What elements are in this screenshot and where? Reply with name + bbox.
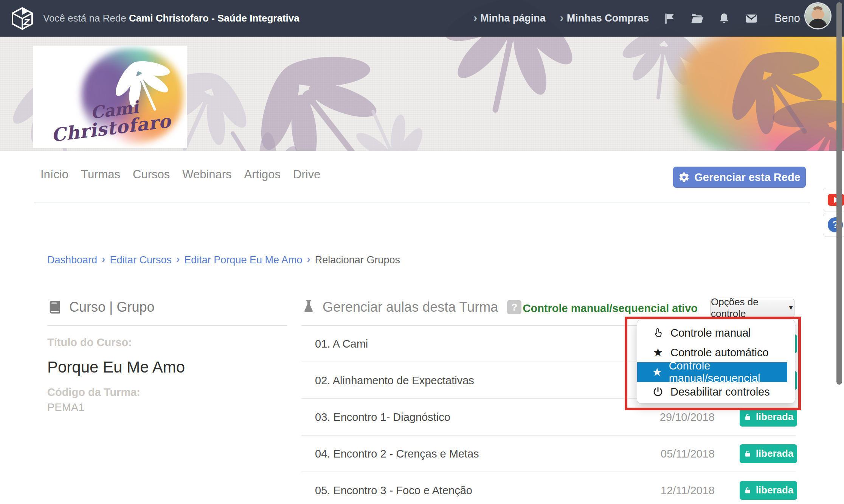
class-code: PEMA1 [47,401,84,414]
network-banner-text: Você está na Rede Cami Christofaro - Saú… [43,12,299,24]
course-title-label: Título do Curso: [47,336,132,349]
power-icon [652,385,664,398]
nav-divider [34,203,810,203]
breadcrumb-editar-curso[interactable]: Editar Porque Eu Me Amo [184,254,302,266]
lesson-title: 03. Encontro 1- Diagnóstico [315,411,450,423]
topbar-right: › Minha página › Minhas Compras Beno [473,0,800,37]
chevron-right-icon: › [307,253,310,265]
nav-item-cursos[interactable]: Cursos [133,168,170,181]
lesson-status-button[interactable]: liberada [740,481,797,500]
breadcrumb-editar-cursos[interactable]: Editar Cursos [110,254,172,266]
control-options-dropdown: Controle manual ★ Controle automático ★ … [637,320,795,404]
main-nav: Início Turmas Cursos Webinars Artigos Dr… [40,168,320,181]
lesson-row: 05. Encontro 3 - Foco e Atenção 12/11/20… [301,472,796,504]
dropdown-item-controle-manual[interactable]: Controle manual [637,323,795,343]
class-code-label: Código da Turma: [47,386,140,399]
platform-logo-icon[interactable]: Z [11,6,34,31]
nav-item-turmas[interactable]: Turmas [81,168,120,181]
avatar[interactable] [805,3,830,28]
course-panel-heading: Curso | Grupo [47,299,154,315]
lessons-panel-heading: Gerenciar aulas desta Turma ? [301,299,521,315]
course-title: Porque Eu Me Amo [47,358,185,376]
flag-icon[interactable] [663,12,676,25]
gear-icon [678,172,690,183]
hand-pointer-icon [652,326,664,339]
nav-item-artigos[interactable]: Artigos [244,168,281,181]
dropdown-item-controle-manual-sequencial[interactable]: ★ Controle manual/sequencial [637,362,787,382]
lessons-panel-title: Gerenciar aulas desta Turma [323,299,498,315]
flask-icon [301,299,316,315]
dropdown-item-desabilitar-controles[interactable]: Desabilitar controles [637,382,795,402]
chevron-right-icon: › [176,253,180,265]
breadcrumb-current: Relacionar Grupos [315,254,400,266]
lesson-date: 05/11/2018 [661,447,715,460]
user-name[interactable]: Beno [774,12,800,25]
control-status-text: Controle manual/sequencial ativo [523,302,698,315]
lesson-title: 05. Encontro 3 - Foco e Atenção [315,484,472,496]
star-icon: ★ [652,346,664,359]
logo-script-text: Cami Christofaro [33,93,187,147]
chevron-right-icon: › [473,11,477,24]
scrollbar-thumb[interactable] [836,2,842,385]
folder-icon[interactable] [690,12,703,25]
topbar-link-minha-pagina[interactable]: › Minha página [473,12,546,25]
lesson-status-button[interactable]: liberada [740,408,797,427]
star-icon: ★ [652,366,663,379]
lesson-date: 29/10/2018 [660,411,715,423]
network-logo-card[interactable]: Cami Christofaro [33,46,187,148]
lesson-status-button[interactable]: liberada [740,444,797,463]
bell-icon[interactable] [718,12,731,25]
unlock-icon [743,413,752,422]
chevron-right-icon: › [102,253,105,265]
envelope-icon[interactable] [745,12,758,25]
course-panel-divider [47,325,287,326]
top-navbar: Z Você está na Rede Cami Christofaro - S… [0,0,844,37]
manage-network-button[interactable]: Gerenciar esta Rede [673,167,806,188]
topbar-link-minhas-compras[interactable]: › Minhas Compras [560,12,649,25]
breadcrumb-dashboard[interactable]: Dashboard [47,254,97,266]
network-name: Cami Christofaro - Saúde Integrativa [129,12,299,24]
lesson-date: 12/11/2018 [661,484,715,496]
unlock-icon [743,449,752,458]
chevron-right-icon: › [560,11,564,24]
unlock-icon [743,486,752,495]
nav-item-inicio[interactable]: Início [40,168,68,181]
nav-item-drive[interactable]: Drive [293,168,320,181]
lesson-title: 04. Encontro 2 - Crenças e Metas [315,447,479,460]
lesson-title: 01. A Cami [315,337,368,350]
caret-down-icon: ▼ [788,304,794,312]
question-badge-icon[interactable]: ? [507,300,521,314]
lesson-row: 03. Encontro 1- Diagnóstico 29/10/2018 l… [301,399,796,436]
nav-item-webinars[interactable]: Webinars [182,168,231,181]
book-icon [47,300,62,315]
course-panel-title: Curso | Grupo [69,299,154,315]
breadcrumb: Dashboard › Editar Cursos › Editar Porqu… [47,254,400,266]
lesson-title: 02. Alinhamento de Expectativas [315,374,474,387]
control-options-button[interactable]: Opções de controle ▼ [711,299,794,317]
lesson-row: 04. Encontro 2 - Crenças e Metas 05/11/2… [301,436,796,472]
